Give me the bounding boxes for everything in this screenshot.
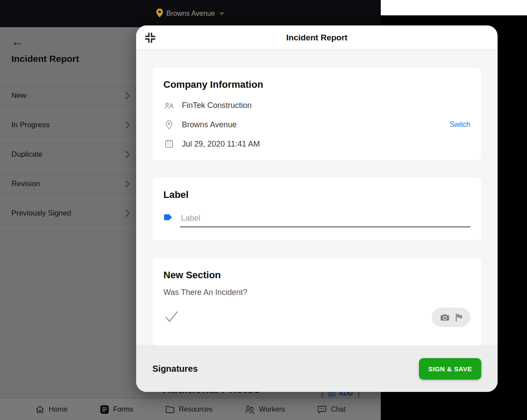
calendar-icon [163, 139, 175, 149]
company-location: Browns Avenue [182, 120, 237, 129]
top-location-bar: Browns Avenue [0, 0, 381, 27]
new-section-card: New Section Was There An Incident? [152, 258, 481, 346]
chevron-down-icon [219, 12, 224, 15]
label-input-row [163, 212, 470, 229]
label-heading: Label [163, 189, 470, 201]
incident-question: Was There An Incident? [163, 288, 470, 297]
report-datetime-row: Jul 29, 2020 11:41 AM [163, 139, 470, 149]
flag-button[interactable] [455, 313, 462, 322]
company-location-row: Browns Avenue Switch [163, 120, 470, 129]
label-input[interactable] [180, 212, 470, 227]
modal-body: Company Information FinTek Construction … [136, 50, 498, 346]
collapse-icon [144, 32, 156, 43]
report-datetime: Jul 29, 2020 11:41 AM [182, 140, 260, 149]
group-icon [163, 101, 175, 110]
company-name-row: FinTek Construction [163, 101, 470, 110]
sign-save-button[interactable]: SIGN & SAVE [419, 358, 481, 380]
company-information-heading: Company Information [163, 79, 470, 90]
screen: Browns Avenue ← Incident Report New In P… [0, 0, 527, 420]
modal-header: Incident Report [136, 25, 498, 50]
location-selector-label[interactable]: Browns Avenue [166, 10, 215, 18]
company-information-card: Company Information FinTek Construction … [152, 68, 481, 160]
modal-title: Incident Report [286, 33, 347, 43]
label-card: Label [152, 178, 481, 241]
switch-location-link[interactable]: Switch [450, 121, 470, 129]
checkmark-icon[interactable] [163, 309, 179, 326]
incident-report-modal: Incident Report Company Information FinT… [136, 25, 498, 392]
flag-icon [455, 313, 462, 322]
location-pin-outline-icon [163, 120, 175, 129]
company-name: FinTek Construction [182, 101, 252, 110]
collapse-button[interactable] [144, 32, 156, 44]
modal-footer: Signatures SIGN & SAVE [136, 346, 498, 392]
answer-row [163, 308, 470, 327]
signatures-heading: Signatures [152, 364, 198, 374]
camera-icon [440, 313, 450, 321]
new-section-heading: New Section [163, 269, 470, 281]
camera-button[interactable] [440, 313, 450, 321]
attachment-pill [432, 308, 470, 327]
tag-icon [163, 213, 173, 223]
location-pin-icon [156, 8, 163, 19]
